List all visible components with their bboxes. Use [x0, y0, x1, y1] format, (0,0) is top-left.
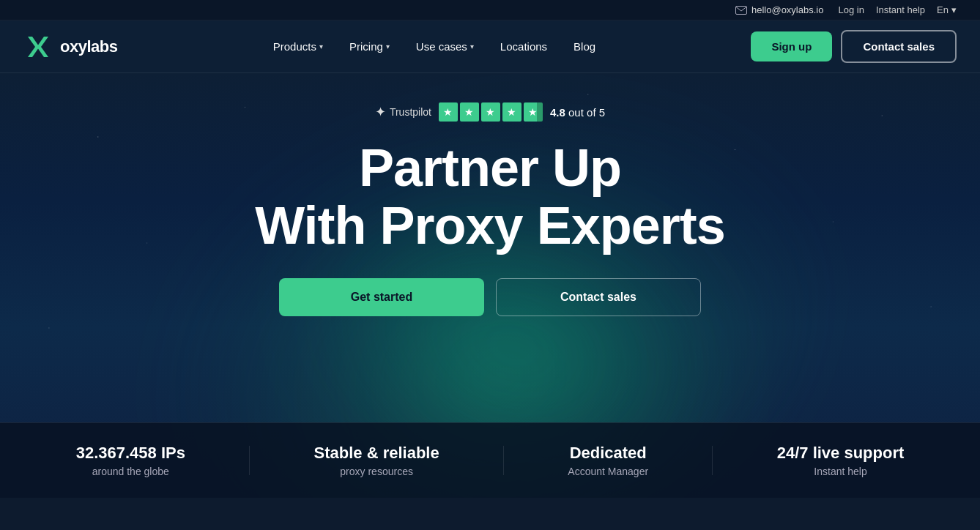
lang-selector[interactable]: En ▾ [937, 4, 957, 15]
contact-sales-button[interactable]: Contact sales [841, 30, 957, 63]
hero-title: Partner Up With Proxy Experts [255, 139, 725, 255]
stat-ips: 32.367.458 IPs around the globe [76, 444, 185, 477]
trustpilot-brand: ✦ Trustpilot [375, 104, 431, 120]
nav-item-products[interactable]: Products ▾ [261, 34, 335, 59]
star-4: ★ [502, 102, 521, 122]
hero-content: ✦ Trustpilot ★ ★ ★ ★ ★ 4.8 out of 5 Part… [240, 73, 740, 346]
stat-ips-label: around the globe [92, 466, 169, 477]
topbar-links: Log in Instant help En ▾ [838, 4, 957, 15]
nav-pricing-label: Pricing [349, 40, 383, 53]
hero-contact-sales-button[interactable]: Contact sales [496, 278, 701, 316]
star-3: ★ [481, 102, 500, 122]
stat-dedicated-value: Dedicated [570, 444, 647, 463]
hero-buttons: Get started Contact sales [279, 278, 701, 316]
lang-label: En [937, 4, 949, 15]
navbar: oxylabs Products ▾ Pricing ▾ Use cases ▾… [0, 20, 980, 73]
nav-usecases-label: Use cases [416, 40, 467, 53]
stat-stable: Stable & reliable proxy resources [314, 444, 439, 477]
hero-title-line1: Partner Up [255, 139, 725, 197]
stat-support: 24/7 live support Instant help [777, 444, 905, 477]
nav-item-blog[interactable]: Blog [562, 34, 607, 59]
rating-value: 4.8 out of 5 [550, 106, 605, 119]
stat-divider-1 [249, 446, 250, 475]
stat-divider-3 [712, 446, 713, 475]
email-text: hello@oxylabs.io [751, 4, 823, 15]
nav-item-usecases[interactable]: Use cases ▾ [404, 34, 486, 59]
stat-ips-value: 32.367.458 IPs [76, 444, 185, 463]
lang-chevron-icon: ▾ [951, 4, 957, 15]
pricing-chevron-icon: ▾ [386, 42, 390, 51]
star-2: ★ [460, 102, 479, 122]
top-bar: hello@oxylabs.io Log in Instant help En … [0, 0, 980, 20]
signup-button[interactable]: Sign up [751, 31, 832, 61]
nav-products-label: Products [273, 40, 316, 53]
stat-divider-2 [503, 446, 504, 475]
email-link[interactable]: hello@oxylabs.io [735, 4, 823, 15]
svg-rect-0 [735, 6, 746, 14]
nav-item-locations[interactable]: Locations [489, 34, 559, 59]
stats-bar: 32.367.458 IPs around the globe Stable &… [0, 422, 980, 498]
stat-stable-value: Stable & reliable [314, 444, 439, 463]
email-icon [735, 6, 747, 15]
nav-blog-label: Blog [573, 40, 595, 53]
stat-stable-label: proxy resources [340, 466, 413, 477]
hero-title-line2: With Proxy Experts [255, 197, 725, 255]
products-chevron-icon: ▾ [319, 42, 323, 51]
nav-locations-label: Locations [500, 40, 547, 53]
logo[interactable]: oxylabs [23, 32, 117, 61]
usecases-chevron-icon: ▾ [470, 42, 474, 51]
star-5: ★ [524, 102, 543, 122]
hero-section: ✦ Trustpilot ★ ★ ★ ★ ★ 4.8 out of 5 Part… [0, 73, 980, 498]
logo-text: oxylabs [60, 37, 117, 56]
nav-item-pricing[interactable]: Pricing ▾ [338, 34, 401, 59]
trustpilot-row[interactable]: ✦ Trustpilot ★ ★ ★ ★ ★ 4.8 out of 5 [375, 102, 605, 122]
nav-cta: Sign up Contact sales [751, 30, 957, 63]
stat-support-value: 24/7 live support [777, 444, 905, 463]
logo-icon [23, 32, 53, 61]
trustpilot-label: Trustpilot [390, 106, 431, 118]
instant-help-link[interactable]: Instant help [876, 4, 925, 15]
login-link[interactable]: Log in [838, 4, 864, 15]
stat-dedicated: Dedicated Account Manager [568, 444, 648, 477]
get-started-button[interactable]: Get started [279, 278, 484, 316]
trustpilot-stars: ★ ★ ★ ★ ★ [439, 102, 543, 122]
trustpilot-star-icon: ✦ [375, 104, 386, 120]
nav-links: Products ▾ Pricing ▾ Use cases ▾ Locatio… [261, 34, 607, 59]
stat-support-label: Instant help [814, 466, 866, 477]
stat-dedicated-label: Account Manager [568, 466, 648, 477]
star-1: ★ [439, 102, 458, 122]
